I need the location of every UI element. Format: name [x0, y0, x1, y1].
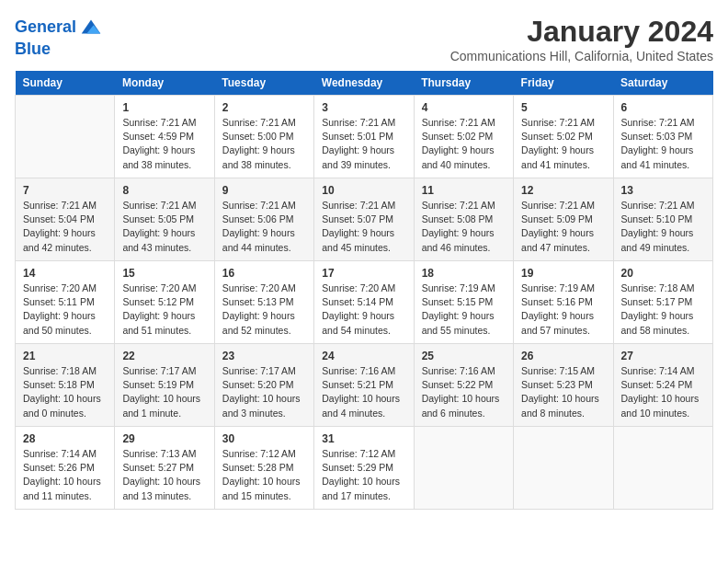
day-info: Sunrise: 7:14 AM Sunset: 5:24 PM Dayligh… [621, 364, 705, 420]
day-info: Sunrise: 7:14 AM Sunset: 5:26 PM Dayligh… [23, 447, 107, 503]
day-number: 23 [222, 350, 306, 362]
day-number: 14 [23, 267, 107, 280]
calendar-cell: 4Sunrise: 7:21 AM Sunset: 5:02 PM Daylig… [414, 96, 513, 178]
day-number: 10 [322, 184, 405, 197]
page-header: General Blue January 2024 Communications… [15, 15, 713, 63]
calendar-cell: 6Sunrise: 7:21 AM Sunset: 5:03 PM Daylig… [613, 96, 712, 178]
logo: General Blue [15, 15, 104, 59]
day-info: Sunrise: 7:21 AM Sunset: 5:00 PM Dayligh… [222, 116, 306, 172]
calendar-cell: 21Sunrise: 7:18 AM Sunset: 5:18 PM Dayli… [16, 344, 115, 427]
day-number: 7 [23, 184, 107, 197]
calendar-cell: 20Sunrise: 7:18 AM Sunset: 5:17 PM Dayli… [613, 261, 712, 344]
calendar-header-thursday: Thursday [414, 71, 513, 96]
calendar-cell: 30Sunrise: 7:12 AM Sunset: 5:28 PM Dayli… [214, 427, 313, 510]
day-info: Sunrise: 7:17 AM Sunset: 5:19 PM Dayligh… [122, 364, 206, 420]
day-info: Sunrise: 7:20 AM Sunset: 5:14 PM Dayligh… [322, 282, 405, 338]
calendar-body: 1Sunrise: 7:21 AM Sunset: 4:59 PM Daylig… [16, 96, 713, 510]
calendar-header-wednesday: Wednesday [314, 71, 414, 96]
day-number: 19 [521, 267, 605, 280]
calendar-week-row: 14Sunrise: 7:20 AM Sunset: 5:11 PM Dayli… [16, 261, 713, 344]
day-number: 27 [621, 350, 705, 362]
day-number: 15 [122, 267, 206, 280]
calendar-cell: 18Sunrise: 7:19 AM Sunset: 5:15 PM Dayli… [414, 261, 513, 344]
calendar-cell: 23Sunrise: 7:17 AM Sunset: 5:20 PM Dayli… [214, 344, 313, 427]
day-info: Sunrise: 7:13 AM Sunset: 5:27 PM Dayligh… [122, 447, 206, 503]
day-info: Sunrise: 7:12 AM Sunset: 5:29 PM Dayligh… [322, 447, 405, 503]
day-number: 25 [422, 350, 506, 362]
day-info: Sunrise: 7:19 AM Sunset: 5:15 PM Dayligh… [422, 282, 506, 338]
day-number: 22 [122, 350, 206, 362]
calendar-header-row: SundayMondayTuesdayWednesdayThursdayFrid… [16, 71, 713, 96]
calendar-week-row: 7Sunrise: 7:21 AM Sunset: 5:04 PM Daylig… [16, 178, 713, 261]
day-info: Sunrise: 7:16 AM Sunset: 5:21 PM Dayligh… [322, 364, 405, 420]
day-number: 5 [521, 101, 605, 114]
subtitle: Communications Hill, California, United … [450, 49, 713, 63]
calendar-header-monday: Monday [115, 71, 214, 96]
calendar-cell: 16Sunrise: 7:20 AM Sunset: 5:13 PM Dayli… [214, 261, 313, 344]
day-info: Sunrise: 7:18 AM Sunset: 5:17 PM Dayligh… [621, 282, 705, 338]
day-number: 31 [322, 432, 405, 445]
title-block: January 2024 Communications Hill, Califo… [450, 15, 713, 63]
day-number: 30 [222, 432, 306, 445]
day-info: Sunrise: 7:20 AM Sunset: 5:13 PM Dayligh… [222, 282, 306, 338]
calendar-cell: 12Sunrise: 7:21 AM Sunset: 5:09 PM Dayli… [514, 178, 613, 261]
day-info: Sunrise: 7:19 AM Sunset: 5:16 PM Dayligh… [521, 282, 605, 338]
calendar-week-row: 1Sunrise: 7:21 AM Sunset: 4:59 PM Daylig… [16, 96, 713, 178]
day-info: Sunrise: 7:17 AM Sunset: 5:20 PM Dayligh… [222, 364, 306, 420]
day-number: 20 [621, 267, 705, 280]
day-number: 21 [23, 350, 107, 362]
day-number: 9 [222, 184, 306, 197]
day-number: 28 [23, 432, 107, 445]
day-info: Sunrise: 7:20 AM Sunset: 5:11 PM Dayligh… [23, 282, 107, 338]
calendar-cell: 14Sunrise: 7:20 AM Sunset: 5:11 PM Dayli… [16, 261, 115, 344]
day-info: Sunrise: 7:21 AM Sunset: 5:08 PM Dayligh… [422, 199, 506, 255]
calendar-cell: 8Sunrise: 7:21 AM Sunset: 5:05 PM Daylig… [115, 178, 214, 261]
calendar-week-row: 28Sunrise: 7:14 AM Sunset: 5:26 PM Dayli… [16, 427, 713, 510]
calendar-cell: 2Sunrise: 7:21 AM Sunset: 5:00 PM Daylig… [214, 96, 313, 178]
day-number: 3 [322, 101, 405, 114]
calendar-header-saturday: Saturday [613, 71, 712, 96]
day-info: Sunrise: 7:21 AM Sunset: 5:02 PM Dayligh… [422, 116, 506, 172]
calendar-header-tuesday: Tuesday [214, 71, 313, 96]
day-info: Sunrise: 7:21 AM Sunset: 5:07 PM Dayligh… [322, 199, 405, 255]
day-number: 6 [621, 101, 705, 114]
calendar-cell [613, 427, 712, 510]
day-number: 4 [422, 101, 506, 114]
logo-icon [78, 15, 104, 40]
calendar-cell: 15Sunrise: 7:20 AM Sunset: 5:12 PM Dayli… [115, 261, 214, 344]
calendar-cell: 29Sunrise: 7:13 AM Sunset: 5:27 PM Dayli… [115, 427, 214, 510]
calendar-header-sunday: Sunday [16, 71, 115, 96]
day-info: Sunrise: 7:21 AM Sunset: 5:10 PM Dayligh… [621, 199, 705, 255]
calendar-cell: 7Sunrise: 7:21 AM Sunset: 5:04 PM Daylig… [16, 178, 115, 261]
calendar-cell: 13Sunrise: 7:21 AM Sunset: 5:10 PM Dayli… [613, 178, 712, 261]
day-info: Sunrise: 7:15 AM Sunset: 5:23 PM Dayligh… [521, 364, 605, 420]
day-number: 12 [521, 184, 605, 197]
main-title: January 2024 [450, 15, 713, 49]
day-number: 11 [422, 184, 506, 197]
calendar-cell [16, 96, 115, 178]
calendar-cell: 25Sunrise: 7:16 AM Sunset: 5:22 PM Dayli… [414, 344, 513, 427]
day-info: Sunrise: 7:16 AM Sunset: 5:22 PM Dayligh… [422, 364, 506, 420]
logo-blue-text: Blue [15, 40, 104, 59]
day-number: 8 [122, 184, 206, 197]
calendar-cell: 31Sunrise: 7:12 AM Sunset: 5:29 PM Dayli… [314, 427, 414, 510]
day-info: Sunrise: 7:21 AM Sunset: 5:09 PM Dayligh… [521, 199, 605, 255]
calendar-cell: 10Sunrise: 7:21 AM Sunset: 5:07 PM Dayli… [314, 178, 414, 261]
calendar-table: SundayMondayTuesdayWednesdayThursdayFrid… [15, 71, 713, 510]
calendar-cell: 19Sunrise: 7:19 AM Sunset: 5:16 PM Dayli… [514, 261, 613, 344]
day-info: Sunrise: 7:21 AM Sunset: 5:05 PM Dayligh… [122, 199, 206, 255]
day-info: Sunrise: 7:21 AM Sunset: 5:04 PM Dayligh… [23, 199, 107, 255]
day-info: Sunrise: 7:18 AM Sunset: 5:18 PM Dayligh… [23, 364, 107, 420]
day-number: 2 [222, 101, 306, 114]
calendar-cell [514, 427, 613, 510]
calendar-cell: 5Sunrise: 7:21 AM Sunset: 5:02 PM Daylig… [514, 96, 613, 178]
day-info: Sunrise: 7:21 AM Sunset: 4:59 PM Dayligh… [122, 116, 206, 172]
day-info: Sunrise: 7:21 AM Sunset: 5:02 PM Dayligh… [521, 116, 605, 172]
calendar-cell: 11Sunrise: 7:21 AM Sunset: 5:08 PM Dayli… [414, 178, 513, 261]
day-info: Sunrise: 7:21 AM Sunset: 5:01 PM Dayligh… [322, 116, 405, 172]
day-number: 29 [122, 432, 206, 445]
day-number: 16 [222, 267, 306, 280]
calendar-header-friday: Friday [514, 71, 613, 96]
calendar-cell: 27Sunrise: 7:14 AM Sunset: 5:24 PM Dayli… [613, 344, 712, 427]
day-number: 24 [322, 350, 405, 362]
